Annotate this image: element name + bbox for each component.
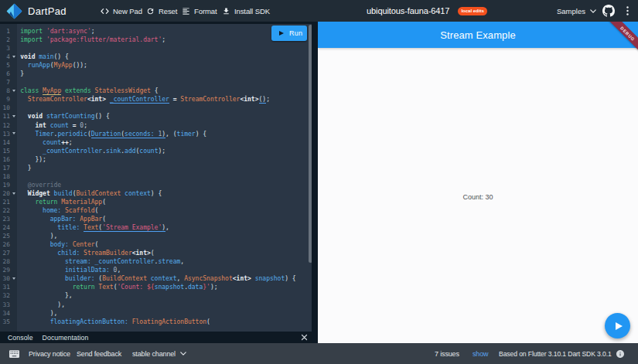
line-number: 2 bbox=[0, 36, 10, 44]
code-line[interactable]: class MyApp extends StatelessWidget { bbox=[17, 87, 312, 95]
line-number: 26 bbox=[0, 240, 10, 249]
close-icon bbox=[299, 332, 309, 342]
code-line[interactable]: Timer.periodic(Duration(seconds: 1), (ti… bbox=[17, 130, 312, 138]
info-button[interactable] bbox=[616, 343, 625, 364]
install-sdk-label: Install SDK bbox=[234, 7, 270, 15]
install-sdk-button[interactable]: Install SDK bbox=[222, 0, 270, 22]
code-line[interactable]: void startCounting() { bbox=[17, 112, 312, 121]
tab-console[interactable]: Console bbox=[8, 334, 33, 342]
line-number: 6 bbox=[0, 70, 10, 78]
issues-count: 7 issues bbox=[435, 343, 459, 364]
fold-arrow-icon[interactable] bbox=[12, 277, 15, 280]
new-pad-button[interactable]: New Pad bbox=[101, 0, 142, 22]
code-line[interactable]: floatingActionButton: FloatingActionButt… bbox=[17, 318, 312, 326]
channel-label: stable channel bbox=[132, 350, 176, 358]
samples-label: Samples bbox=[557, 7, 585, 15]
fold-arrow-icon[interactable] bbox=[12, 56, 15, 58]
code-line[interactable]: ), bbox=[17, 309, 312, 318]
fold-arrow-icon[interactable] bbox=[12, 192, 15, 195]
code-line[interactable]: runApp(MyApp()); bbox=[17, 61, 312, 70]
gutter-line: 29 bbox=[0, 266, 17, 274]
code-line[interactable]: Widget build(BuildContext context) { bbox=[17, 189, 312, 198]
fold-arrow-icon[interactable] bbox=[12, 132, 15, 134]
overflow-menu-button[interactable] bbox=[623, 4, 633, 18]
code-line[interactable] bbox=[17, 104, 312, 112]
samples-menu[interactable]: Samples bbox=[557, 0, 596, 22]
format-button[interactable]: Format bbox=[182, 0, 217, 22]
editor-code[interactable]: import 'dart:async';import 'package:flut… bbox=[17, 24, 312, 332]
code-line[interactable]: title: Text('Stream Example'), bbox=[17, 223, 312, 232]
fold-arrow-icon[interactable] bbox=[12, 115, 15, 117]
code-line[interactable]: StreamController<int> _countController =… bbox=[17, 95, 312, 104]
floating-action-button[interactable] bbox=[605, 313, 630, 338]
app-bar-title: Stream Example bbox=[440, 29, 516, 41]
code-line[interactable]: child: StreamBuilder<int>( bbox=[17, 249, 312, 257]
line-number: 1 bbox=[0, 27, 10, 36]
run-button[interactable]: Run bbox=[271, 26, 307, 41]
app-name: DartPad bbox=[28, 5, 67, 17]
line-number: 31 bbox=[0, 283, 10, 291]
code-line[interactable]: return MaterialApp( bbox=[17, 198, 312, 206]
code-line[interactable]: count++; bbox=[17, 138, 312, 147]
flutter-app-bar: Stream Example bbox=[318, 22, 638, 48]
gutter-line: 26 bbox=[0, 240, 17, 249]
code-line[interactable]: ), bbox=[17, 232, 312, 240]
reset-button[interactable]: Reset bbox=[146, 0, 177, 22]
line-number: 17 bbox=[0, 164, 10, 172]
privacy-notice-link[interactable]: Privacy notice bbox=[29, 343, 70, 364]
keyboard-shortcuts-button[interactable] bbox=[9, 343, 19, 364]
line-number: 24 bbox=[0, 223, 10, 232]
line-number: 27 bbox=[0, 249, 10, 257]
code-line[interactable]: builder: (BuildContext context, AsyncSna… bbox=[17, 274, 312, 283]
code-line[interactable]: return Text('Count: ${snapshot.data}'); bbox=[17, 283, 312, 291]
line-number: 33 bbox=[0, 301, 10, 309]
code-line[interactable]: int count = 0; bbox=[17, 121, 312, 130]
fold-arrow-icon[interactable] bbox=[12, 90, 15, 92]
line-number: 4 bbox=[0, 53, 10, 61]
code-line[interactable]: body: Center( bbox=[17, 240, 312, 249]
code-line[interactable]: _countController.sink.add(count); bbox=[17, 147, 312, 155]
github-button[interactable] bbox=[602, 5, 615, 17]
play-icon bbox=[616, 322, 623, 330]
tab-documentation[interactable]: Documentation bbox=[43, 334, 89, 342]
line-number: 9 bbox=[0, 95, 10, 104]
line-number: 11 bbox=[0, 112, 10, 121]
channel-selector[interactable]: stable channel bbox=[132, 343, 186, 364]
code-line[interactable]: } bbox=[17, 164, 312, 172]
code-line[interactable]: }, bbox=[17, 291, 312, 300]
chevron-down-icon bbox=[180, 352, 186, 355]
gutter-line: 34 bbox=[0, 309, 17, 318]
github-icon bbox=[602, 5, 615, 17]
code-line[interactable]: initialData: 0, bbox=[17, 266, 312, 274]
code-line[interactable]: appBar: AppBar( bbox=[17, 215, 312, 223]
code-line[interactable] bbox=[17, 44, 312, 53]
editor-gutter: 1234567891011121314151617181920212223242… bbox=[0, 24, 17, 332]
code-line[interactable]: stream: _countController.stream, bbox=[17, 257, 312, 266]
gutter-line: 4 bbox=[0, 53, 17, 61]
panel-splitter[interactable] bbox=[312, 22, 318, 343]
gutter-line: 5 bbox=[0, 61, 17, 70]
top-bar: DartPad New Pad Reset Format Install SDK… bbox=[0, 0, 638, 22]
gutter-line: 33 bbox=[0, 301, 17, 309]
pad-title: ubiquitous-fauna-6417 bbox=[367, 6, 449, 15]
line-number: 25 bbox=[0, 232, 10, 240]
code-line[interactable]: }); bbox=[17, 155, 312, 164]
gutter-line: 22 bbox=[0, 206, 17, 215]
code-line[interactable]: @override bbox=[17, 181, 312, 189]
code-line[interactable]: void main() { bbox=[17, 53, 312, 61]
gutter-line: 2 bbox=[0, 36, 17, 44]
code-line[interactable]: import 'package:flutter/material.dart'; bbox=[17, 36, 312, 44]
line-number: 35 bbox=[0, 318, 10, 326]
code-line[interactable]: import 'dart:async'; bbox=[17, 27, 312, 36]
line-number: 23 bbox=[0, 215, 10, 223]
show-issues-link[interactable]: show bbox=[473, 343, 488, 364]
code-editor[interactable]: 1234567891011121314151617181920212223242… bbox=[0, 24, 312, 332]
send-feedback-link[interactable]: Send feedback bbox=[77, 343, 121, 364]
close-panel-button[interactable] bbox=[299, 332, 309, 342]
code-line[interactable]: ), bbox=[17, 301, 312, 309]
line-number: 30 bbox=[0, 274, 10, 283]
code-line[interactable] bbox=[17, 78, 312, 87]
code-line[interactable] bbox=[17, 172, 312, 181]
code-line[interactable]: } bbox=[17, 70, 312, 78]
code-line[interactable]: home: Scaffold( bbox=[17, 206, 312, 215]
